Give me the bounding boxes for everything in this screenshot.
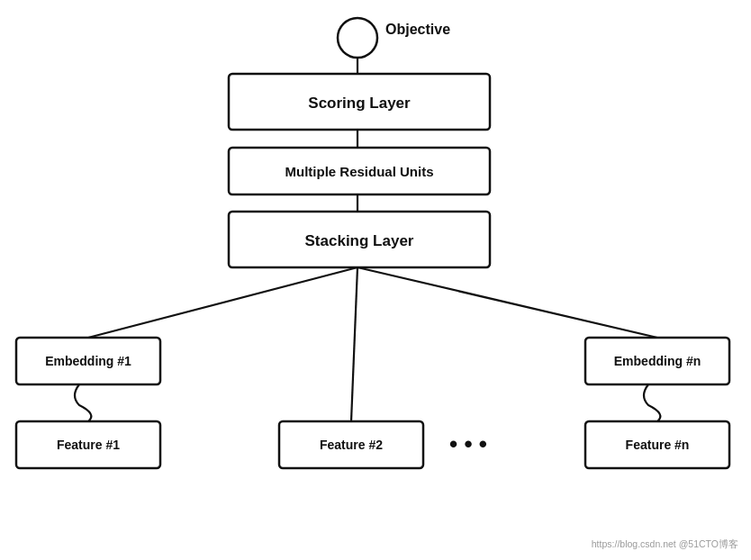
- diagram: Objective Scoring Layer Multiple Residua…: [0, 0, 751, 560]
- featureN-label: Feature #n: [626, 438, 690, 452]
- svg-point-0: [338, 18, 377, 58]
- residual-units-label: Multiple Residual Units: [285, 164, 433, 179]
- objective-label: Objective: [385, 22, 450, 37]
- svg-line-5: [351, 267, 357, 421]
- svg-line-6: [357, 267, 657, 338]
- stacking-layer-label: Stacking Layer: [305, 232, 414, 249]
- feature2-label: Feature #2: [320, 438, 383, 452]
- svg-line-4: [88, 267, 357, 338]
- scoring-layer-label: Scoring Layer: [308, 95, 411, 112]
- watermark: https://blog.csdn.net @51CTO博客: [592, 538, 738, 549]
- embeddingN-label: Embedding #n: [614, 354, 701, 368]
- embedding1-label: Embedding #1: [45, 354, 131, 368]
- dots-label: • • •: [449, 430, 487, 457]
- feature1-label: Feature #1: [57, 438, 120, 452]
